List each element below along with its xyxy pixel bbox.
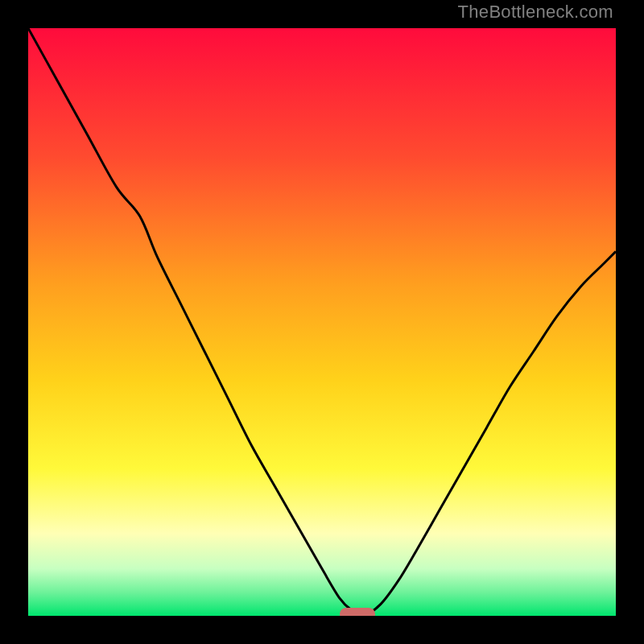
- plot-area: [28, 28, 616, 616]
- curve-layer: [28, 28, 616, 616]
- bottleneck-curve: [28, 28, 616, 616]
- chart-frame: TheBottleneck.com: [0, 0, 644, 644]
- attribution-label: TheBottleneck.com: [458, 2, 613, 23]
- optimal-marker: [340, 608, 375, 616]
